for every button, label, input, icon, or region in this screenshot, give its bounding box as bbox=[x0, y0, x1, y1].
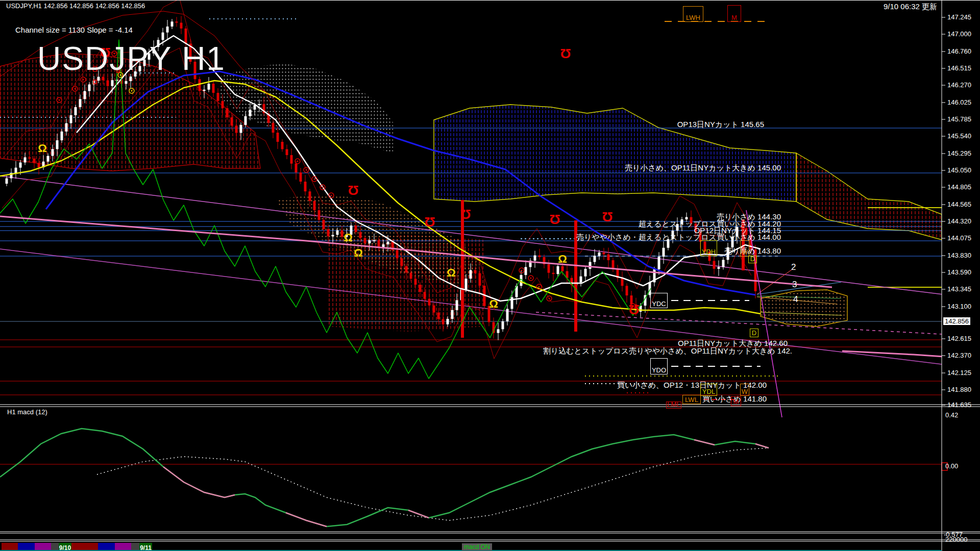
candle-body bbox=[506, 309, 509, 321]
level-box-lml[interactable]: LML bbox=[666, 402, 681, 409]
candle-body bbox=[410, 272, 412, 279]
candle-body bbox=[162, 33, 164, 40]
candle-body bbox=[111, 80, 114, 86]
level-box-ydl[interactable]: YDL bbox=[700, 384, 717, 396]
reversal-marker-red: Ω bbox=[560, 46, 571, 61]
macd-indicator-label: H1 macd (12) bbox=[7, 408, 47, 416]
candle-body bbox=[222, 101, 224, 108]
price-axis-label: 146.515 bbox=[947, 64, 971, 72]
candle-body bbox=[456, 300, 458, 310]
price-axis-label: 142.125 bbox=[947, 369, 971, 377]
level-box-w[interactable]: W bbox=[740, 384, 749, 396]
candle-body bbox=[658, 257, 660, 269]
level-box-lwh[interactable]: LWH bbox=[683, 6, 703, 22]
reversal-marker-red: Ω bbox=[460, 207, 471, 222]
timeline-segment bbox=[51, 543, 59, 550]
candle-body bbox=[249, 110, 252, 116]
level-box-m[interactable]: M bbox=[727, 5, 741, 22]
candle-body bbox=[88, 85, 91, 91]
macd-main-line-down bbox=[163, 467, 235, 497]
level-box-d[interactable]: D bbox=[748, 256, 757, 263]
price-axis-label: 147.000 bbox=[947, 30, 971, 38]
price-axis-label: 144.805 bbox=[947, 183, 971, 191]
candle-body bbox=[29, 157, 31, 158]
chart-canvas[interactable]: ΩΩΩΩΩΩΩΩΩΩΩΩΩΩDD bbox=[0, 0, 980, 551]
candle-body bbox=[405, 266, 408, 272]
candle-body bbox=[401, 258, 403, 266]
price-axis-label: 144.565 bbox=[947, 201, 971, 208]
macd-main-line-down bbox=[408, 510, 429, 518]
timeline-segment bbox=[71, 543, 98, 550]
candle-body bbox=[171, 21, 174, 27]
channel-info: Channel size = 1130 Slope = -4.14 bbox=[15, 26, 133, 34]
candle-body bbox=[65, 123, 68, 132]
timeline-segment bbox=[2, 543, 18, 550]
macd-axis-zero: 0.00 bbox=[945, 462, 958, 470]
price-axis-label: 145.540 bbox=[947, 132, 971, 140]
price-axis-label: 141.635 bbox=[947, 401, 971, 409]
level-box-m[interactable]: M bbox=[731, 396, 741, 406]
candle-body bbox=[38, 163, 40, 167]
candle-body bbox=[594, 256, 596, 262]
reversal-marker-red: Ω bbox=[602, 209, 613, 224]
reversal-marker-yellow: Ω bbox=[38, 142, 47, 155]
candle-body bbox=[254, 105, 256, 110]
timeline-segment bbox=[35, 543, 51, 550]
candle-body bbox=[70, 115, 72, 123]
reversal-marker-yellow: Ω bbox=[447, 266, 456, 279]
candle-body bbox=[15, 168, 17, 173]
candle-body bbox=[387, 242, 389, 244]
price-axis-label: 147.245 bbox=[947, 13, 971, 21]
candle-body bbox=[332, 235, 334, 236]
candle-body bbox=[272, 123, 275, 133]
macd-main-line bbox=[0, 429, 769, 527]
candle-body bbox=[212, 84, 215, 93]
candle-body bbox=[552, 273, 555, 274]
candle-body bbox=[166, 27, 169, 33]
candle-body bbox=[336, 230, 339, 235]
ichimoku-cloud bbox=[434, 105, 796, 202]
candle-body bbox=[414, 279, 417, 285]
level-box-ydo[interactable]: YDO bbox=[650, 358, 668, 374]
candle-body bbox=[451, 310, 454, 319]
macd-signal-line bbox=[97, 448, 769, 520]
candle-body bbox=[290, 155, 293, 164]
candle-body bbox=[84, 91, 86, 99]
candle-body bbox=[318, 210, 321, 220]
candle-body bbox=[589, 262, 592, 269]
level-box-w[interactable]: W bbox=[740, 240, 749, 257]
candle-body bbox=[281, 142, 284, 149]
price-axis-label: 143.830 bbox=[947, 252, 971, 259]
level-box-ydc[interactable]: YDC bbox=[650, 293, 668, 308]
candle-body bbox=[226, 108, 229, 117]
macd-main-line-down bbox=[755, 444, 769, 448]
price-axis-label: 146.760 bbox=[947, 47, 971, 55]
candle-body bbox=[203, 90, 206, 91]
reversal-marker-yellow: Ω bbox=[489, 297, 498, 310]
candle-body bbox=[534, 256, 536, 261]
day-marker-letter: D bbox=[93, 79, 97, 86]
candle-body bbox=[235, 126, 238, 133]
price-axis-label: 143.590 bbox=[947, 268, 971, 276]
candle-body bbox=[52, 149, 54, 156]
macd-panel-layer bbox=[0, 429, 942, 527]
candle-body bbox=[313, 201, 316, 210]
level-box-lwl[interactable]: LWL bbox=[682, 395, 701, 404]
candle-body bbox=[497, 329, 500, 333]
macd-on-button[interactable]: macd ON bbox=[462, 543, 492, 550]
candle-body bbox=[557, 266, 559, 274]
price-axis-label: 146.025 bbox=[947, 98, 971, 106]
candle-body bbox=[713, 261, 716, 268]
volume-axis-max: 220000 bbox=[945, 536, 967, 543]
projection-number: 2 bbox=[791, 262, 796, 272]
level-box-d[interactable]: D bbox=[750, 329, 758, 337]
candle-body bbox=[217, 93, 219, 101]
level-box-ydh[interactable]: YDH bbox=[700, 240, 717, 256]
chart-window: ΩΩΩΩΩΩΩΩΩΩΩΩΩΩDD USDJPY,H1 142.856 142.8… bbox=[0, 0, 980, 551]
projection-number: 3 bbox=[792, 280, 797, 290]
price-axis-label: 145.785 bbox=[947, 115, 971, 123]
reversal-marker-red: Ω bbox=[550, 212, 560, 227]
chart-annotation: 売りやや小さめ・超えるとストップロス買い小さめ 144.00 bbox=[576, 233, 781, 242]
timeline-date-segment: 9/10 bbox=[59, 543, 71, 550]
timeline-segment bbox=[115, 543, 131, 550]
